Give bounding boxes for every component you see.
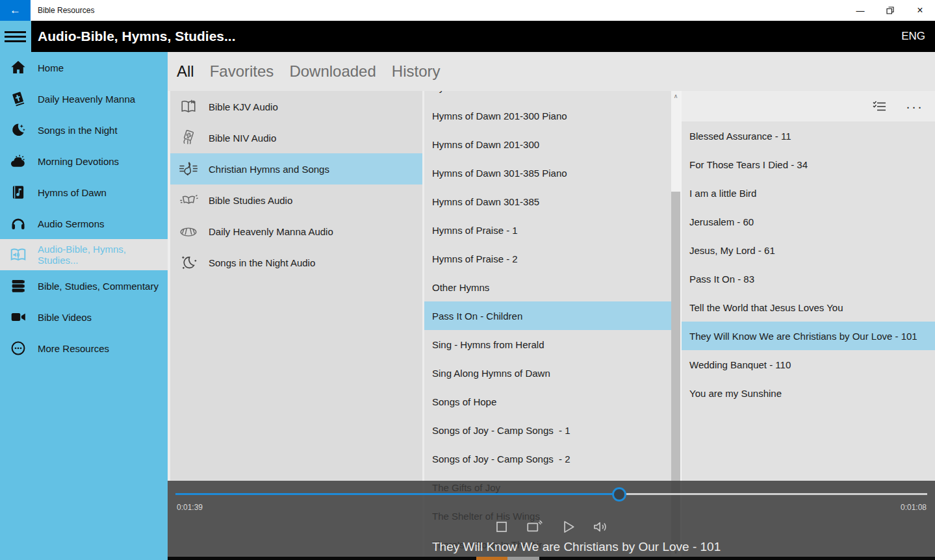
minimize-icon: — (856, 6, 865, 16)
progress-played (175, 493, 619, 495)
list-item[interactable]: Other Hymns (424, 273, 671, 301)
list-item[interactable]: Hymns of Dawn 201-300 Piano (424, 101, 671, 130)
close-button[interactable]: × (905, 0, 935, 21)
bible-cross-icon (10, 90, 27, 107)
song-item[interactable]: Jerusalem - 60 (682, 207, 935, 236)
more-options-icon[interactable]: ··· (906, 103, 923, 110)
sidebar-item-label: Bible Videos (38, 312, 92, 323)
cloud-sun-icon (10, 153, 27, 170)
restore-icon (886, 6, 894, 14)
app-window: ← Bible Resources — × Audio-Bible, Hymns… (0, 0, 935, 560)
back-button[interactable]: ← (0, 0, 31, 21)
list-item[interactable]: Hymns of Dawn 301-385 Piano (424, 159, 671, 187)
multiselect-icon[interactable] (872, 100, 886, 113)
home-icon (10, 59, 27, 76)
list-item-label: Christian Hymns and Songs (209, 164, 329, 175)
list-item-bible-niv-audio[interactable]: Bible NIV Audio (170, 122, 422, 153)
sidebar-item-songs-in-the-night[interactable]: Songs in the Night (0, 114, 168, 146)
moon-stars-icon (10, 121, 27, 138)
remaining-time: 0:01:08 (901, 503, 927, 512)
sidebar-item-morning-devotions[interactable]: Morning Devotions (0, 146, 168, 177)
list-item-clipped[interactable]: Hymns of Dawn (424, 91, 671, 101)
sidebar-item-home[interactable]: Home (0, 52, 168, 83)
audio-book-icon (10, 246, 27, 263)
bottom-strip-gray-segment (507, 557, 539, 560)
song-item[interactable]: You are my Sunshine (682, 379, 935, 407)
song-list-toolbar: ··· (682, 91, 935, 121)
song-item[interactable]: I am a little Bird (682, 179, 935, 207)
list-item-bible-kjv-audio[interactable]: Bible KJV Audio (170, 91, 422, 122)
song-item[interactable]: For Those Tears I Died - 34 (682, 150, 935, 179)
window-controls: — × (845, 0, 935, 21)
list-item[interactable]: Sing Along Hymns of Dawn (424, 359, 671, 387)
volume-button[interactable] (591, 517, 611, 537)
minimize-button[interactable]: — (845, 0, 875, 21)
hand-bible-icon (179, 129, 202, 146)
sidebar-item-more-resources[interactable]: More Resources (0, 333, 168, 364)
list-item[interactable]: Hymns of Praise - 1 (424, 216, 671, 244)
list-item-label: Songs in the Night Audio (209, 257, 315, 268)
sidebar-item-label: Bible, Studies, Commentary (38, 281, 159, 292)
bottom-strip-orange-segment (476, 557, 507, 560)
player-bar: 0:01:39 0:01:08 They Will Know We are Ch… (168, 481, 935, 557)
bread-icon (179, 223, 202, 240)
list-item[interactable]: Songs of Joy - Camp Songs - 1 (424, 416, 671, 444)
sidebar-item-bible-studies-commentary[interactable]: Bible, Studies, Commentary (0, 270, 168, 301)
list-item-bible-studies-audio[interactable]: Bible Studies Audio (170, 185, 422, 216)
scroll-up-icon[interactable]: ∧ (671, 91, 680, 101)
tab-history[interactable]: History (392, 62, 441, 81)
list-item[interactable]: Hymns of Dawn 301-385 (424, 187, 671, 216)
progress-track[interactable] (175, 493, 927, 495)
sidebar-item-label: Daily Heavenly Manna (38, 94, 135, 105)
list-item-daily-heavenly-manna-audio[interactable]: Daily Heavenly Manna Audio (170, 216, 422, 247)
tab-all[interactable]: All (177, 62, 194, 81)
page-title: Audio-Bible, Hymns, Studies... (38, 21, 236, 52)
song-item-selected[interactable]: They Will Know We are Christians by Our … (682, 322, 935, 350)
song-item[interactable]: Blessed Assurance - 11 (682, 121, 935, 150)
sidebar-item-daily-heavenly-manna[interactable]: Daily Heavenly Manna (0, 83, 168, 114)
sidebar-item-label: Songs in the Night (38, 125, 118, 136)
treble-clef-icon (179, 160, 202, 177)
now-playing-title: They Will Know We are Christians by Our … (432, 540, 721, 554)
progress-thumb[interactable] (612, 487, 626, 502)
stop-button[interactable] (492, 517, 511, 537)
sidebar-item-audio-bible-hymns-studies[interactable]: Audio-Bible, Hymns, Studies... (0, 239, 168, 270)
list-item[interactable]: Songs of Joy - Camp Songs - 2 (424, 444, 671, 473)
song-item[interactable]: Jesus, My Lord - 61 (682, 236, 935, 264)
headphones-icon (10, 215, 27, 232)
elapsed-time: 0:01:39 (177, 503, 203, 512)
list-item-songs-in-the-night-audio[interactable]: Songs in the Night Audio (170, 247, 422, 278)
app-title: Bible Resources (38, 6, 94, 15)
hamburger-button[interactable] (0, 21, 31, 52)
list-item-selected[interactable]: Pass It On - Children (424, 301, 671, 330)
sidebar-item-label: Hymns of Dawn (38, 187, 107, 198)
tab-favorites[interactable]: Favorites (210, 62, 274, 81)
list-item-label: Bible Studies Audio (209, 195, 292, 206)
list-item-christian-hymns-and-songs[interactable]: Christian Hymns and Songs (170, 153, 422, 185)
tab-downloaded[interactable]: Downloaded (289, 62, 376, 81)
cast-button[interactable] (525, 517, 544, 537)
list-item[interactable]: Hymns of Praise - 2 (424, 244, 671, 273)
sidebar-item-audio-sermons[interactable]: Audio Sermons (0, 208, 168, 239)
sidebar-item-bible-videos[interactable]: Bible Videos (0, 301, 168, 333)
sidebar: Home Daily Heavenly Manna Songs in the N… (0, 52, 168, 560)
restore-button[interactable] (875, 0, 905, 21)
list-item[interactable]: Sing - Hymns from Herald (424, 330, 671, 359)
header: Audio-Bible, Hymns, Studies... ENG (0, 21, 935, 52)
song-item[interactable]: Wedding Banquet - 110 (682, 350, 935, 379)
song-item[interactable]: Pass It On - 83 (682, 264, 935, 293)
list-item[interactable]: Hymns of Dawn 201-300 (424, 130, 671, 159)
list-item-label: Daily Heavenly Manna Audio (209, 226, 333, 237)
video-camera-icon (10, 309, 27, 325)
play-button[interactable] (558, 517, 578, 537)
player-controls (168, 517, 935, 537)
music-book-icon (10, 184, 27, 201)
titlebar: ← Bible Resources — × (0, 0, 935, 21)
song-item[interactable]: Tell the World that Jesus Loves You (682, 293, 935, 322)
sidebar-item-label: Audio Sermons (38, 218, 105, 229)
list-item[interactable]: Songs of Hope (424, 387, 671, 416)
list-item-label: Bible KJV Audio (209, 101, 278, 112)
sidebar-item-hymns-of-dawn[interactable]: Hymns of Dawn (0, 177, 168, 208)
hamburger-icon (5, 31, 26, 33)
language-badge[interactable]: ENG (901, 21, 925, 52)
